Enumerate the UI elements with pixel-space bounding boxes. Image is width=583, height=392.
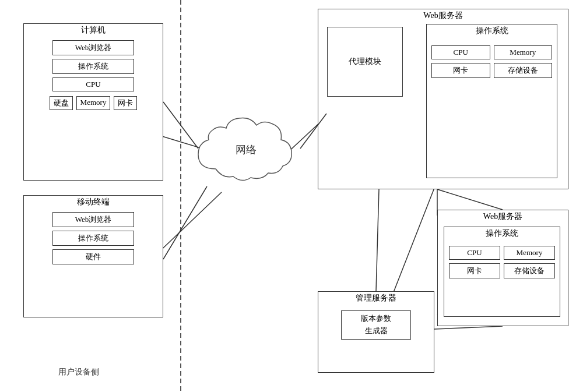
- mgmt-server-title: 管理服务器: [318, 292, 434, 305]
- web-server2-os-title: 操作系统: [444, 227, 560, 240]
- computer-cpu: CPU: [52, 77, 134, 91]
- computer-hdd: 硬盘: [50, 96, 73, 110]
- web-server1-title: Web服务器: [318, 9, 568, 22]
- mobile-title: 移动终端: [24, 196, 163, 209]
- web-server1-memory: Memory: [494, 45, 553, 59]
- user-side-label: 用户设备侧: [58, 367, 99, 377]
- diagram: 计算机 Web浏览器 操作系统 CPU 硬盘 Memory 网卡 移动终端 We…: [0, 0, 583, 392]
- mgmt-server-box: 管理服务器 版本参数 生成器: [318, 291, 434, 373]
- web-server2-title: Web服务器: [438, 210, 568, 223]
- proxy-box: 代理模块: [327, 27, 403, 97]
- mobile-os: 操作系统: [52, 231, 134, 246]
- web-server2-memory: Memory: [504, 246, 555, 260]
- web-server1-storage: 存储设备: [494, 63, 553, 78]
- proxy-label: 代理模块: [349, 56, 381, 67]
- svg-text:网络: 网络: [236, 144, 257, 156]
- mgmt-version-gen: 版本参数 生成器: [341, 310, 411, 340]
- web-server1-os-box: 操作系统 CPU Memory 网卡 存储设备: [426, 24, 557, 178]
- web-server2-nic: 网卡: [449, 263, 500, 278]
- cloud-shape: 网络: [192, 108, 300, 192]
- computer-memory: Memory: [76, 96, 111, 110]
- web-server2-box: Web服务器 操作系统 CPU Memory 网卡 存储设备: [437, 210, 568, 326]
- web-server1-os-title: 操作系统: [427, 24, 557, 37]
- web-server2-storage: 存储设备: [504, 263, 555, 278]
- computer-title: 计算机: [24, 24, 163, 37]
- web-server2-cpu: CPU: [449, 246, 500, 260]
- svg-line-2: [154, 192, 222, 256]
- mobile-hardware: 硬件: [52, 249, 134, 264]
- computer-box: 计算机 Web浏览器 操作系统 CPU 硬盘 Memory 网卡: [23, 23, 163, 181]
- computer-os: 操作系统: [52, 59, 134, 74]
- computer-nic: 网卡: [114, 96, 137, 110]
- web-server1-nic: 网卡: [431, 63, 490, 78]
- web-server1-cpu: CPU: [431, 45, 490, 59]
- web-server2-os-box: 操作系统 CPU Memory 网卡 存储设备: [444, 227, 560, 317]
- web-server1-box: Web服务器 代理模块 操作系统 CPU Memory 网卡 存储设备: [318, 9, 568, 189]
- computer-web-browser: Web浏览器: [52, 40, 134, 55]
- mobile-box: 移动终端 Web浏览器 操作系统 硬件: [23, 195, 163, 317]
- mobile-web-browser: Web浏览器: [52, 212, 134, 227]
